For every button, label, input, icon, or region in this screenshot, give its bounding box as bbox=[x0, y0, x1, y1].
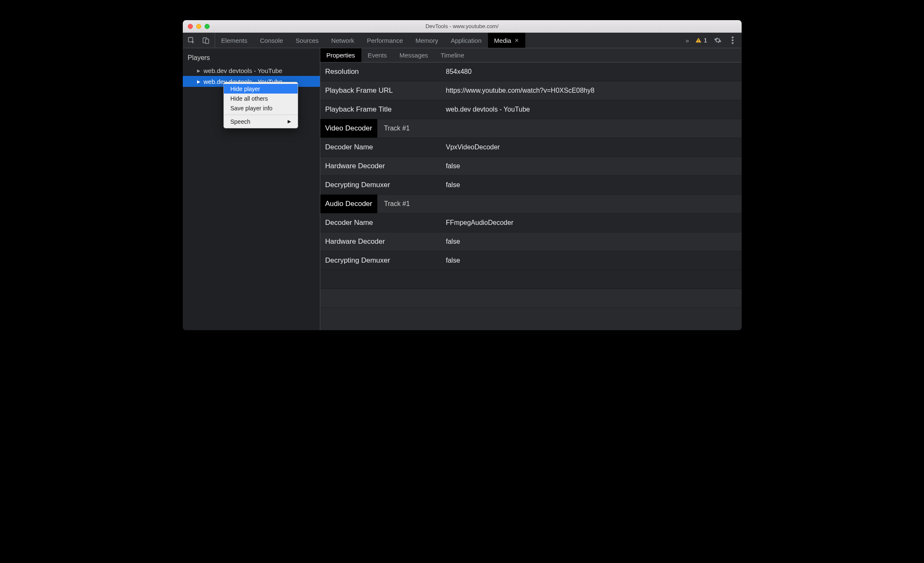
context-menu: Hide player Hide all others Save player … bbox=[223, 82, 298, 128]
property-row: Resolution 854x480 bbox=[320, 63, 742, 81]
tab-label: Media bbox=[494, 37, 511, 44]
svg-point-6 bbox=[732, 39, 734, 42]
subtab-timeline[interactable]: Timeline bbox=[434, 48, 470, 62]
context-menu-hide-all-others[interactable]: Hide all others bbox=[224, 94, 298, 103]
sidebar-header: Players bbox=[183, 48, 320, 65]
subtab-label: Properties bbox=[327, 52, 355, 59]
issues-badge[interactable]: 1 bbox=[695, 37, 707, 44]
panel-body: Players ▶ web.dev devtools - YouTube ▶ w… bbox=[183, 48, 742, 330]
subtab-properties[interactable]: Properties bbox=[320, 48, 361, 62]
property-value: false bbox=[446, 257, 742, 264]
property-row: Playback Frame URL https://www.youtube.c… bbox=[320, 81, 742, 100]
player-item-label: web.dev devtools - YouTube bbox=[204, 67, 283, 74]
window-zoom-button[interactable] bbox=[205, 24, 210, 29]
window-titlebar: DevTools - www.youtube.com/ bbox=[183, 20, 742, 33]
property-row: Hardware Decoder false bbox=[320, 232, 742, 251]
context-menu-label: Save player info bbox=[231, 105, 273, 112]
tab-label: Memory bbox=[415, 37, 438, 44]
tab-network[interactable]: Network bbox=[325, 33, 361, 48]
svg-rect-4 bbox=[698, 42, 698, 42]
tab-performance[interactable]: Performance bbox=[361, 33, 409, 48]
section-audio-decoder: Audio Decoder Track #1 bbox=[320, 195, 742, 214]
property-row: Decoder Name VpxVideoDecoder bbox=[320, 138, 742, 157]
device-toolbar-icon[interactable] bbox=[201, 36, 210, 45]
context-menu-label: Hide all others bbox=[231, 95, 268, 102]
inspect-element-icon[interactable] bbox=[187, 36, 196, 45]
property-value: VpxVideoDecoder bbox=[446, 143, 742, 151]
tab-label: Sources bbox=[296, 37, 319, 44]
subtab-messages[interactable]: Messages bbox=[393, 48, 434, 62]
svg-rect-2 bbox=[205, 39, 209, 44]
tab-label: Console bbox=[260, 37, 283, 44]
empty-row bbox=[320, 289, 742, 308]
property-value: false bbox=[446, 238, 742, 245]
context-menu-separator bbox=[224, 115, 298, 115]
property-key: Decoder Name bbox=[320, 219, 446, 227]
close-icon[interactable]: ✕ bbox=[514, 37, 519, 44]
tab-sources[interactable]: Sources bbox=[289, 33, 325, 48]
property-row: Decoder Name FFmpegAudioDecoder bbox=[320, 214, 742, 232]
tab-console[interactable]: Console bbox=[254, 33, 289, 48]
tab-label: Network bbox=[331, 37, 354, 44]
property-value: 854x480 bbox=[446, 68, 742, 76]
window-minimize-button[interactable] bbox=[196, 24, 201, 29]
toolbar-left-group bbox=[183, 33, 215, 48]
play-icon: ▶ bbox=[197, 79, 200, 84]
subtab-events[interactable]: Events bbox=[361, 48, 393, 62]
property-value: https://www.youtube.com/watch?v=H0XScE08… bbox=[446, 87, 742, 94]
kebab-menu-icon[interactable] bbox=[728, 36, 737, 45]
svg-rect-3 bbox=[698, 39, 698, 41]
property-value: web.dev devtools - YouTube bbox=[446, 106, 742, 113]
subtab-label: Timeline bbox=[441, 52, 464, 59]
tab-application[interactable]: Application bbox=[444, 33, 488, 48]
tab-elements[interactable]: Elements bbox=[215, 33, 254, 48]
property-row: Decrypting Demuxer false bbox=[320, 251, 742, 270]
more-tabs-icon[interactable]: » bbox=[685, 37, 689, 44]
svg-point-7 bbox=[732, 42, 734, 44]
tab-media[interactable]: Media ✕ bbox=[488, 33, 526, 48]
svg-point-5 bbox=[732, 36, 734, 39]
toolbar-right-group: » 1 bbox=[681, 33, 741, 48]
section-track: Track #1 bbox=[377, 119, 410, 138]
player-item[interactable]: ▶ web.dev devtools - YouTube bbox=[183, 65, 320, 76]
section-track: Track #1 bbox=[377, 195, 410, 213]
empty-row bbox=[320, 270, 742, 289]
tab-label: Application bbox=[451, 37, 481, 44]
context-menu-label: Hide player bbox=[231, 86, 260, 92]
property-key: Decoder Name bbox=[320, 143, 446, 151]
property-key: Decrypting Demuxer bbox=[320, 181, 446, 189]
play-icon: ▶ bbox=[197, 68, 200, 73]
settings-icon[interactable] bbox=[713, 36, 722, 45]
property-key: Playback Frame Title bbox=[320, 105, 446, 114]
panel-tabs: Elements Console Sources Network Perform… bbox=[215, 33, 526, 48]
context-menu-speech[interactable]: Speech ▶ bbox=[224, 117, 298, 126]
property-key: Playback Frame URL bbox=[320, 86, 446, 95]
context-menu-hide-player[interactable]: Hide player bbox=[224, 84, 298, 94]
property-row: Playback Frame Title web.dev devtools - … bbox=[320, 100, 742, 119]
section-video-decoder: Video Decoder Track #1 bbox=[320, 119, 742, 138]
window-close-button[interactable] bbox=[188, 24, 193, 29]
warning-icon bbox=[695, 37, 702, 44]
property-key: Hardware Decoder bbox=[320, 237, 446, 246]
property-value: false bbox=[446, 162, 742, 170]
media-subtabs: Properties Events Messages Timeline bbox=[320, 48, 742, 63]
property-key: Decrypting Demuxer bbox=[320, 256, 446, 265]
devtools-toolbar: Elements Console Sources Network Perform… bbox=[183, 33, 742, 48]
chevron-right-icon: ▶ bbox=[288, 119, 291, 124]
context-menu-save-player-info[interactable]: Save player info bbox=[224, 103, 298, 113]
property-value: false bbox=[446, 181, 742, 189]
properties-list: Resolution 854x480 Playback Frame URL ht… bbox=[320, 63, 742, 308]
devtools-window: DevTools - www.youtube.com/ Elements Con… bbox=[183, 20, 742, 330]
tab-memory[interactable]: Memory bbox=[409, 33, 444, 48]
tab-label: Performance bbox=[367, 37, 403, 44]
context-menu-label: Speech bbox=[231, 118, 250, 125]
properties-panel: Properties Events Messages Timeline Reso… bbox=[320, 48, 742, 330]
players-sidebar: Players ▶ web.dev devtools - YouTube ▶ w… bbox=[183, 48, 320, 330]
subtab-label: Messages bbox=[400, 52, 428, 59]
property-key: Resolution bbox=[320, 68, 446, 76]
property-value: FFmpegAudioDecoder bbox=[446, 219, 742, 227]
traffic-lights bbox=[188, 24, 210, 29]
property-key: Hardware Decoder bbox=[320, 162, 446, 170]
property-row: Decrypting Demuxer false bbox=[320, 176, 742, 195]
section-title: Video Decoder bbox=[320, 119, 377, 138]
